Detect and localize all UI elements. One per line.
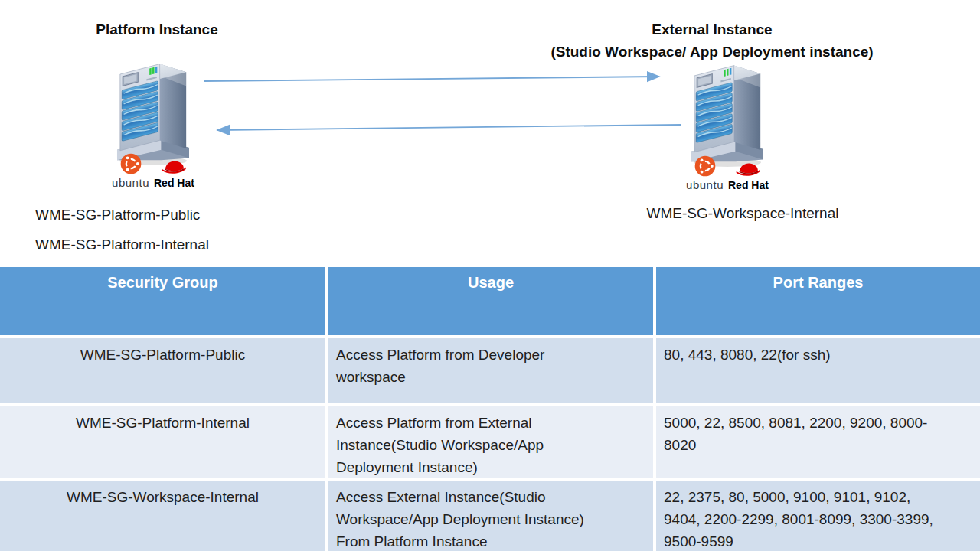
column-header-security-group: Security Group	[0, 267, 325, 335]
redhat-logo-stack: Red Hat	[154, 158, 194, 189]
table-cell-group: WME-SG-Platform-Public	[0, 338, 325, 403]
table-cell-ports: 5000, 22, 8500, 8081, 2200, 9200, 8000- …	[656, 406, 980, 478]
table-cell-group: WME-SG-Workspace-Internal	[0, 481, 325, 551]
redhat-icon	[161, 158, 187, 176]
table-cell-ports: 22, 2375, 80, 5000, 9100, 9101, 9102, 94…	[656, 481, 980, 551]
server-icon	[112, 57, 194, 165]
os-logos-left: ubuntu Red Hat	[100, 152, 207, 189]
ubuntu-label: ubuntu	[112, 176, 149, 189]
sg-label-workspace-internal: WME-SG-Workspace-Internal	[551, 205, 934, 222]
table-cell-group: WME-SG-Platform-Internal	[0, 406, 325, 478]
ubuntu-label: ubuntu	[686, 178, 724, 191]
security-group-table: Security Group Usage Port Ranges WME-SG-…	[0, 267, 980, 551]
sg-label-platform-public: WME-SG-Platform-Public	[35, 200, 209, 230]
table-cell-usage: Access Platform from Developer workspace	[328, 338, 653, 403]
table-cell-ports: 80, 443, 8080, 22(for ssh)	[656, 338, 980, 403]
redhat-label: Red Hat	[154, 177, 194, 189]
redhat-icon	[735, 160, 761, 178]
sg-label-platform-internal: WME-SG-Platform-Internal	[35, 230, 209, 259]
ubuntu-logo-stack: ubuntu	[686, 155, 724, 191]
server-icon	[686, 58, 769, 167]
external-instance-title-line1: External Instance	[490, 18, 934, 41]
platform-instance-title: Platform Instance	[46, 18, 268, 41]
column-header-usage: Usage	[328, 267, 653, 335]
external-instance-title: External Instance (Studio Workspace/ App…	[490, 18, 934, 63]
left-security-group-labels: WME-SG-Platform-Public WME-SG-Platform-I…	[35, 200, 209, 259]
ubuntu-icon	[119, 152, 142, 175]
ubuntu-logo-stack: ubuntu	[112, 152, 149, 189]
redhat-label: Red Hat	[728, 179, 769, 191]
os-logos-right: ubuntu Red Hat	[674, 155, 781, 191]
arrow-left-to-right	[204, 77, 659, 81]
slide-canvas: Platform Instance ubuntu Red Hat WME-SG-…	[0, 0, 980, 551]
table-cell-usage: Access Platform from External Instance(S…	[328, 406, 653, 478]
table-cell-usage: Access External Instance(Studio Workspac…	[328, 481, 653, 551]
column-header-port-ranges: Port Ranges	[656, 267, 980, 335]
arrow-right-to-left	[217, 125, 681, 130]
ubuntu-icon	[694, 155, 717, 178]
redhat-logo-stack: Red Hat	[728, 160, 769, 191]
